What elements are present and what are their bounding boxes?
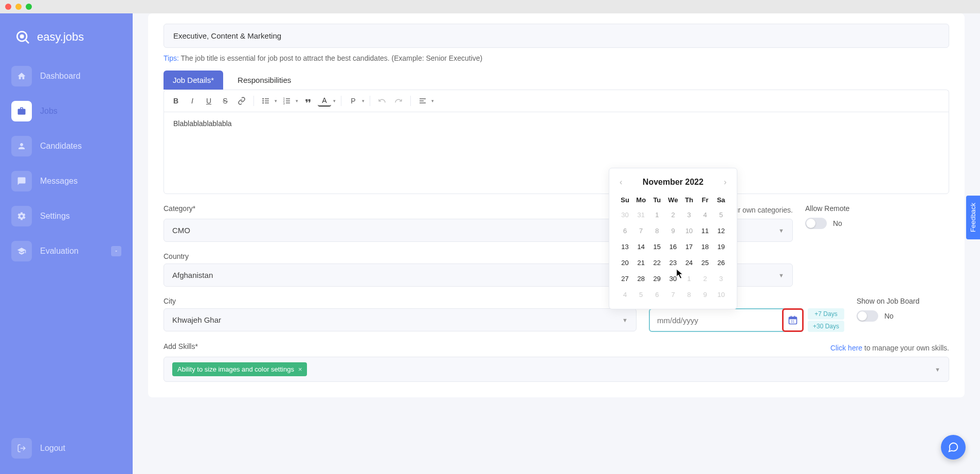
calendar-grid: SuMoTuWeThFrSa30311234567891011121314151… [618, 194, 729, 302]
calendar-day[interactable]: 1 [649, 208, 664, 222]
chevron-down-icon[interactable]: ▾ [333, 98, 336, 103]
calendar-day[interactable]: 16 [665, 240, 680, 254]
sidebar-item-jobs[interactable]: Jobs [9, 96, 123, 127]
numbered-list-icon[interactable]: 123 [280, 94, 294, 108]
sidebar-item-messages[interactable]: Messages [9, 166, 123, 197]
calendar-popover: ‹ November 2022 › SuMoTuWeThFrSa30311234… [609, 168, 737, 309]
sidebar-item-candidates[interactable]: Candidates [9, 131, 123, 162]
calendar-day[interactable]: 19 [714, 240, 729, 254]
feedback-tab[interactable]: Feedback [966, 196, 980, 239]
sidebar: easy.jobs Dashboard Jobs Candidates Mess… [0, 13, 133, 474]
sidebar-item-settings[interactable]: Settings [9, 201, 123, 232]
calendar-day[interactable]: 17 [682, 240, 697, 254]
calendar-day[interactable]: 28 [633, 272, 648, 286]
calendar-prev[interactable]: ‹ [618, 175, 624, 189]
tab-responsibilities[interactable]: Responsibilities [228, 71, 300, 90]
calendar-day[interactable]: 7 [633, 224, 648, 238]
calendar-day[interactable]: 2 [665, 208, 680, 222]
calendar-day[interactable]: 13 [618, 240, 632, 254]
calendar-day[interactable]: 12 [714, 224, 729, 238]
bullet-list-icon[interactable] [259, 94, 273, 108]
manage-skills-text: Click here to manage your own skills. [830, 344, 949, 352]
calendar-day[interactable]: 7 [665, 288, 680, 302]
city-select[interactable]: Khwajeh Ghar ▼ [164, 308, 637, 331]
bold-icon[interactable]: B [169, 94, 183, 108]
quick-7-days[interactable]: +7 Days [808, 308, 844, 320]
paragraph-format[interactable]: P [347, 94, 360, 108]
calendar-day[interactable]: 5 [633, 288, 648, 302]
calendar-day[interactable]: 14 [633, 240, 648, 254]
allow-remote-value: No [833, 219, 842, 227]
calendar-day[interactable]: 3 [682, 208, 697, 222]
window-minimize-dot[interactable] [15, 4, 22, 10]
calendar-day[interactable]: 18 [698, 240, 713, 254]
link-icon[interactable] [235, 94, 248, 108]
remove-skill-icon[interactable]: × [298, 365, 302, 373]
window-close-dot[interactable] [5, 4, 11, 10]
editor-content[interactable]: Blablablablablabla [164, 112, 949, 194]
calendar-day[interactable]: 5 [714, 208, 729, 222]
calendar-day[interactable]: 24 [682, 256, 697, 270]
chevron-down-icon[interactable]: ▾ [275, 98, 277, 103]
calendar-button[interactable]: 31 [782, 308, 804, 332]
calendar-day[interactable]: 30 [665, 272, 680, 286]
quick-30-days[interactable]: +30 Days [808, 321, 844, 332]
chat-fab[interactable] [941, 435, 966, 460]
calendar-day[interactable]: 26 [714, 256, 729, 270]
chevron-down-icon[interactable]: ▾ [431, 98, 434, 103]
job-title-input[interactable] [164, 24, 949, 48]
window-maximize-dot[interactable] [26, 4, 32, 10]
toolbar-separator [341, 96, 341, 106]
tab-job-details[interactable]: Job Details* [164, 71, 223, 90]
calendar-day[interactable]: 11 [698, 224, 713, 238]
calendar-day[interactable]: 8 [682, 288, 697, 302]
show-job-board-toggle[interactable] [857, 310, 878, 322]
date-input[interactable] [650, 309, 782, 331]
calendar-day[interactable]: 27 [618, 272, 632, 286]
sidebar-item-logout[interactable]: Logout [9, 433, 123, 464]
calendar-day[interactable]: 2 [698, 272, 713, 286]
calendar-day[interactable]: 21 [633, 256, 648, 270]
chevron-down-icon[interactable]: ▾ [296, 98, 298, 103]
redo-icon[interactable] [392, 94, 405, 108]
sidebar-item-label: Settings [40, 212, 121, 221]
calendar-next[interactable]: › [722, 175, 729, 189]
calendar-day[interactable]: 22 [649, 256, 664, 270]
chevron-down-icon[interactable]: ▾ [362, 98, 365, 103]
italic-icon[interactable]: I [186, 94, 199, 108]
tips-link[interactable]: Tips: [164, 54, 179, 62]
undo-icon[interactable] [375, 94, 389, 108]
calendar-day[interactable]: 6 [618, 224, 632, 238]
calendar-day[interactable]: 23 [665, 256, 680, 270]
skills-select[interactable]: Ability to size images and color setting… [164, 357, 949, 382]
calendar-day[interactable]: 1 [682, 272, 697, 286]
calendar-day[interactable]: 29 [649, 272, 664, 286]
quote-icon[interactable] [301, 94, 315, 108]
calendar-day[interactable]: 8 [649, 224, 664, 238]
calendar-day[interactable]: 15 [649, 240, 664, 254]
text-color-icon[interactable]: A [318, 95, 331, 107]
sidebar-item-label: Dashboard [40, 72, 121, 81]
calendar-day[interactable]: 31 [633, 208, 648, 222]
calendar-day[interactable]: 4 [698, 208, 713, 222]
city-value: Khwajeh Ghar [172, 315, 221, 324]
caret-down-icon: ▼ [622, 317, 628, 323]
calendar-day[interactable]: 3 [714, 272, 729, 286]
sidebar-item-evaluation[interactable]: Evaluation [9, 236, 123, 267]
calendar-day[interactable]: 6 [649, 288, 664, 302]
calendar-day[interactable]: 10 [714, 288, 729, 302]
svg-rect-16 [420, 102, 426, 103]
calendar-day[interactable]: 9 [698, 288, 713, 302]
calendar-day[interactable]: 9 [665, 224, 680, 238]
calendar-day[interactable]: 25 [698, 256, 713, 270]
underline-icon[interactable]: U [202, 94, 215, 108]
align-icon[interactable] [416, 94, 429, 108]
calendar-day[interactable]: 10 [682, 224, 697, 238]
sidebar-item-dashboard[interactable]: Dashboard [9, 61, 123, 92]
manage-skills-link[interactable]: Click here [830, 344, 862, 352]
calendar-day[interactable]: 30 [618, 208, 632, 222]
calendar-day[interactable]: 4 [618, 288, 632, 302]
allow-remote-toggle[interactable] [805, 218, 827, 229]
strikethrough-icon[interactable]: S [219, 94, 232, 108]
calendar-day[interactable]: 20 [618, 256, 632, 270]
